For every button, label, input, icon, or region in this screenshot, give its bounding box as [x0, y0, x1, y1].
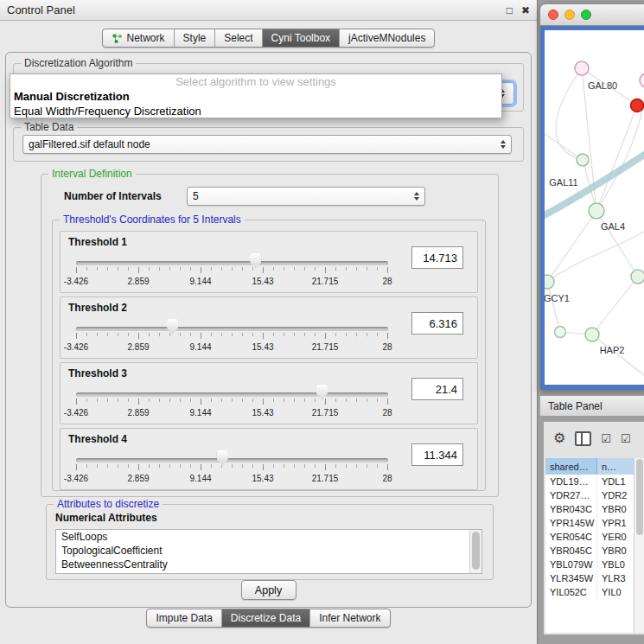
node-label: HAP2 [600, 345, 625, 355]
threshold-3-block: Threshold 3 -3.4262.8599.14415.4321.7152… [60, 362, 478, 424]
network-node[interactable] [575, 61, 589, 75]
close-icon[interactable]: ✖ [521, 4, 530, 16]
slider-tick-label: 28 [382, 408, 392, 418]
network-node-selected[interactable] [631, 99, 644, 112]
tab-style[interactable]: Style [174, 29, 215, 47]
network-canvas[interactable]: GAL80GAL11GAL4GCY1HAP2 [545, 30, 644, 385]
tab-label: Discretize Data [231, 612, 301, 624]
network-node[interactable] [555, 327, 566, 338]
numerical-attributes-list[interactable]: SelfLoopsTopologicalCoefficientBetweenne… [55, 529, 482, 574]
slider-track[interactable] [76, 458, 388, 462]
table-row[interactable]: YBR043CYBR0 [545, 502, 634, 516]
tab-label: Infer Network [319, 612, 380, 624]
minimize-traffic-light[interactable] [564, 10, 575, 20]
slider-tick-label: -3.426 [64, 277, 88, 286]
dropdown-option[interactable]: Equal Width/Frequency Discretization [10, 104, 501, 118]
table-cell: YDR2 [597, 488, 634, 502]
network-node[interactable] [577, 154, 589, 166]
tab-discretize-data[interactable]: Discretize Data [221, 609, 309, 627]
tab-infer-network[interactable]: Infer Network [309, 609, 389, 627]
network-node[interactable] [585, 328, 599, 341]
column-header-shared-name[interactable]: shared… [545, 458, 597, 475]
threshold-value-field[interactable] [411, 246, 463, 269]
table-cell: YBL079W [545, 558, 597, 571]
float-window-icon[interactable]: □ [507, 4, 513, 16]
table-panel-titlebar: Table Panel [540, 395, 644, 417]
tab-jactivemnodules[interactable]: jActiveMNodules [339, 29, 434, 47]
threshold-label: Threshold 1 [68, 236, 127, 248]
threshold-1-block: Threshold 1 -3.4262.8599.14415.4321.7152… [60, 231, 478, 293]
slider-track[interactable] [76, 327, 388, 331]
table-row[interactable]: YLR345WYLR3 [545, 571, 634, 585]
slider-scale: -3.4262.8599.14415.4321.71528 [61, 474, 477, 484]
slider-tick-label: -3.426 [64, 474, 88, 483]
column-chooser-icon[interactable] [575, 431, 591, 446]
slider-tick-label: 15.43 [252, 342, 273, 352]
slider-track[interactable] [76, 392, 388, 397]
table-row[interactable]: YBL079WYBL0 [545, 558, 634, 571]
network-node[interactable] [589, 203, 604, 219]
top-tab-bar: Network Style Select Cyni Toolbox jActiv… [0, 21, 537, 48]
slider-ticks [76, 267, 388, 273]
select-all-icon[interactable]: ☑ [601, 433, 611, 444]
select-none-icon[interactable]: ☑ [621, 433, 631, 444]
threshold-value-field[interactable] [411, 443, 463, 466]
table-data-combo[interactable]: galFiltered.sif default node [22, 135, 512, 154]
table-row[interactable]: YBR045CYBR0 [545, 544, 634, 558]
group-title: Interval Definition [48, 168, 136, 180]
table-scrollbar[interactable] [634, 458, 644, 633]
network-node[interactable] [545, 275, 554, 289]
updown-arrows-icon [414, 189, 419, 203]
table-cell: YPR145W [545, 516, 597, 530]
numerical-attributes-label: Numerical Attributes [55, 512, 157, 524]
table-row[interactable]: YDR27…YDR2 [545, 488, 634, 502]
table-row[interactable]: YDL19…YDL1 [545, 475, 634, 488]
network-node[interactable] [640, 73, 644, 87]
zoom-traffic-light[interactable] [581, 10, 591, 20]
apply-button[interactable]: Apply [241, 580, 296, 600]
network-window-titlebar[interactable] [540, 4, 644, 26]
table-cell: YBL0 [597, 558, 634, 571]
num-intervals-combo[interactable]: 5 [187, 187, 425, 206]
node-label: GAL11 [549, 177, 577, 188]
slider-ticks [76, 464, 388, 470]
close-traffic-light[interactable] [548, 10, 558, 20]
slider-tick-label: 2.859 [127, 408, 149, 418]
dropdown-option[interactable]: Manual Discretization [10, 89, 501, 104]
thresholds-group: Threshold's Coordinates for 5 Intervals … [52, 220, 486, 491]
table-row[interactable]: YPR145WYPR1 [545, 516, 634, 530]
table-row[interactable]: YIL052CYIL0 [545, 585, 634, 599]
tab-impute-data[interactable]: Impute Data [147, 609, 220, 627]
threshold-value-field[interactable] [411, 378, 463, 400]
tab-select[interactable]: Select [214, 29, 261, 47]
slider-tick-label: 9.144 [189, 342, 211, 352]
network-node[interactable] [631, 270, 644, 284]
scrollbar-thumb[interactable] [636, 459, 643, 535]
attribute-item[interactable]: BetweennessCentrality [56, 558, 481, 571]
slider-ticks [76, 333, 388, 339]
table-cell: YDL19… [545, 475, 597, 488]
slider-tick-label: -3.426 [64, 408, 88, 418]
threshold-label: Threshold 2 [68, 302, 127, 314]
table-row[interactable]: YER054CYER0 [545, 530, 634, 544]
num-intervals-label: Number of Intervals [64, 190, 162, 202]
threshold-value-field[interactable] [411, 312, 463, 335]
table-body: YDL19…YDL1YDR27…YDR2YBR043CYBR0YPR145WYP… [545, 475, 634, 599]
attribute-item[interactable]: SelfLoops [56, 530, 481, 544]
gear-icon[interactable]: ⚙ [553, 431, 565, 445]
scrollbar-thumb[interactable] [472, 532, 480, 570]
slider-track[interactable] [76, 261, 388, 265]
slider-tick-label: 15.43 [252, 408, 273, 418]
tab-network[interactable]: Network [103, 29, 174, 47]
slider-tick-label: 21.715 [312, 408, 339, 418]
slider-tick-label: 9.144 [189, 474, 211, 483]
group-title: Table Data [21, 121, 77, 133]
column-header-name[interactable]: n… [597, 458, 634, 475]
tab-cyni-toolbox[interactable]: Cyni Toolbox [262, 29, 339, 47]
tab-label: Style [183, 32, 207, 44]
group-title: Discretization Algorithm [21, 57, 136, 69]
attributes-scrollbar[interactable] [469, 530, 481, 573]
slider-tick-label: -3.426 [64, 342, 88, 352]
attribute-item[interactable]: TopologicalCoefficient [56, 544, 481, 558]
cyni-toolbox-panel: Discretization Algorithm Select algorith… [5, 52, 532, 608]
